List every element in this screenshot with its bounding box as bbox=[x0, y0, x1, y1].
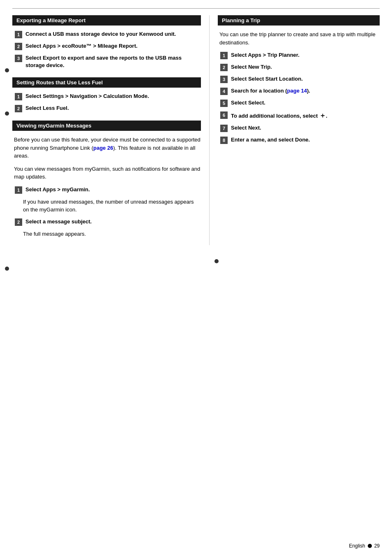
mygarmin-intro-1: Before you can use this feature, your de… bbox=[12, 136, 201, 160]
footer: English 29 bbox=[349, 543, 380, 549]
link-page14[interactable]: page 14 bbox=[287, 88, 307, 94]
step-plan-7-text: Select Next. bbox=[231, 124, 261, 132]
step-plan-5: 5 Select Select. bbox=[218, 99, 380, 107]
footer-page-number: 29 bbox=[374, 543, 380, 549]
step-number-p7: 7 bbox=[220, 125, 228, 132]
section-bullet-routes bbox=[5, 111, 9, 116]
step-plan-5-text: Select Select. bbox=[231, 99, 265, 107]
section-bullet-planning bbox=[214, 259, 219, 263]
section-routes: Setting Routes that Use Less Fuel 1 Sele… bbox=[12, 77, 201, 112]
step-mygarmin-1-text: Select Apps > myGarmin. bbox=[25, 186, 90, 193]
two-column-layout: Exporting a Mileage Report 1 Connect a U… bbox=[12, 15, 380, 245]
mygarmin-intro-2: You can view messages from myGarmin, suc… bbox=[12, 165, 201, 181]
step-routes-1: 1 Select Settings > Navigation > Calcula… bbox=[12, 93, 201, 100]
section-exporting: Exporting a Mileage Report 1 Connect a U… bbox=[12, 15, 201, 69]
step-number-p6: 6 bbox=[220, 111, 228, 119]
left-column: Exporting a Mileage Report 1 Connect a U… bbox=[12, 15, 210, 245]
page: Exporting a Mileage Report 1 Connect a U… bbox=[0, 0, 392, 557]
step-number-r1: 1 bbox=[15, 93, 22, 100]
step-plan-8-text: Enter a name, and select Done. bbox=[231, 136, 310, 144]
step-number-p2: 2 bbox=[220, 64, 228, 71]
step-routes-1-text: Select Settings > Navigation > Calculati… bbox=[25, 93, 149, 100]
section-bullet-mygarmin bbox=[5, 267, 9, 271]
section-planning: Planning a Trip You can use the trip pla… bbox=[218, 15, 380, 144]
step-plan-2: 2 Select New Trip. bbox=[218, 63, 380, 71]
step-export-2-text: Select Apps > ecoRoute™ > Mileage Report… bbox=[25, 42, 138, 50]
section-exporting-header: Exporting a Mileage Report bbox=[12, 15, 201, 26]
step-export-1-text: Connect a USB mass storage device to you… bbox=[25, 30, 176, 38]
section-mygarmin: Viewing myGarmin Messages Before you can… bbox=[12, 121, 201, 238]
step-plan-7: 7 Select Next. bbox=[218, 124, 380, 132]
section-planning-header: Planning a Trip bbox=[218, 15, 380, 26]
step-number-2: 2 bbox=[15, 43, 22, 50]
link-page26[interactable]: page 26 bbox=[93, 145, 113, 151]
step-plan-4-text: Search for a location (page 14). bbox=[231, 87, 310, 95]
step-plan-1-text: Select Apps > Trip Planner. bbox=[231, 51, 300, 59]
step-number-mg1: 1 bbox=[15, 186, 22, 194]
step-plan-3: 3 Select Select Start Location. bbox=[218, 75, 380, 83]
step-number-p3: 3 bbox=[220, 76, 228, 83]
step-mygarmin-2-text: Select a message subject. bbox=[25, 218, 92, 225]
step-plan-3-text: Select Select Start Location. bbox=[231, 75, 303, 83]
step-export-2: 2 Select Apps > ecoRoute™ > Mileage Repo… bbox=[12, 42, 201, 50]
step-plan-2-text: Select New Trip. bbox=[231, 63, 272, 71]
step-mygarmin-2: 2 Select a message subject. bbox=[12, 218, 201, 226]
step-mygarmin-2-subtext: The full message appears. bbox=[23, 230, 201, 238]
step-plan-6: 6 To add additional locations, select ＋. bbox=[218, 111, 380, 120]
step-plan-8: 8 Enter a name, and select Done. bbox=[218, 136, 380, 144]
step-export-3-text: Select Export to export and save the rep… bbox=[25, 54, 201, 69]
step-number-p1: 1 bbox=[220, 52, 228, 59]
step-number-r2: 2 bbox=[15, 105, 22, 112]
step-routes-2-text: Select Less Fuel. bbox=[25, 104, 69, 112]
footer-language: English bbox=[349, 543, 365, 549]
step-number-1: 1 bbox=[15, 31, 22, 38]
step-export-1: 1 Connect a USB mass storage device to y… bbox=[12, 30, 201, 38]
planning-intro: You can use the trip planner to create a… bbox=[218, 30, 380, 46]
step-plan-4: 4 Search for a location (page 14). bbox=[218, 87, 380, 95]
section-bullet-exporting bbox=[5, 68, 9, 72]
top-border bbox=[12, 8, 380, 9]
step-number-3: 3 bbox=[15, 55, 22, 62]
section-mygarmin-header: Viewing myGarmin Messages bbox=[12, 121, 201, 131]
step-export-3: 3 Select Export to export and save the r… bbox=[12, 54, 201, 69]
step-plan-1: 1 Select Apps > Trip Planner. bbox=[218, 51, 380, 59]
step-number-p5: 5 bbox=[220, 100, 228, 107]
step-mygarmin-1-subtext: If you have unread messages, the number … bbox=[23, 198, 201, 214]
footer-dot bbox=[368, 544, 372, 548]
right-column: Planning a Trip You can use the trip pla… bbox=[210, 15, 380, 151]
plus-icon: ＋ bbox=[319, 112, 326, 119]
step-mygarmin-1: 1 Select Apps > myGarmin. bbox=[12, 186, 201, 194]
step-number-mg2: 2 bbox=[15, 218, 22, 226]
step-number-p4: 4 bbox=[220, 88, 228, 95]
step-plan-6-text: To add additional locations, select ＋. bbox=[231, 111, 327, 120]
step-number-p8: 8 bbox=[220, 137, 228, 144]
section-routes-header: Setting Routes that Use Less Fuel bbox=[12, 77, 201, 88]
step-routes-2: 2 Select Less Fuel. bbox=[12, 104, 201, 112]
